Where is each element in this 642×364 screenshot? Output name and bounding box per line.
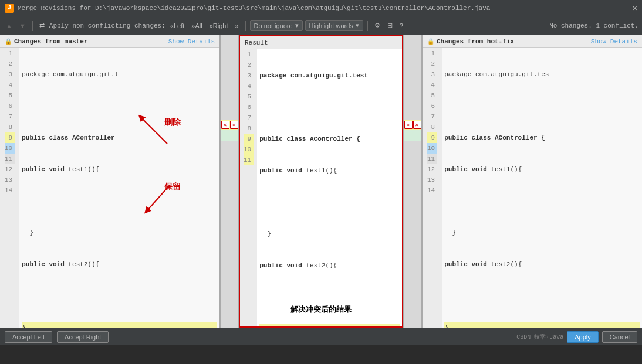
left-panel-header: 🔒 Changes from master Show Details bbox=[0, 35, 219, 48]
result-line-9: } bbox=[259, 324, 400, 326]
lock-icon-right: 🔒 bbox=[427, 38, 434, 45]
chevron-down-icon: ▾ bbox=[295, 22, 299, 29]
left-line-7: public void test2(){ bbox=[22, 259, 217, 270]
result-line-1: package com.atguigu.git.test bbox=[259, 70, 400, 81]
left-code-area[interactable]: package com.atguigu.git.t public class A… bbox=[19, 48, 219, 328]
close-button[interactable]: ✕ bbox=[633, 3, 637, 13]
highlight-dropdown[interactable]: Highlight words ▾ bbox=[305, 20, 363, 31]
result-line-numbers: 1 2 3 4 5 6 7 8 9 10 11 bbox=[240, 49, 257, 326]
window-title: Merge Revisions for D:\javaworkspace\ide… bbox=[18, 5, 490, 12]
chevron-down-icon-2: ▾ bbox=[356, 22, 359, 29]
help-button[interactable]: ? bbox=[397, 21, 406, 30]
accept-left-button[interactable]: Accept Left bbox=[5, 331, 52, 343]
accept-right-conflict-btn[interactable]: ✕ bbox=[413, 121, 421, 129]
title-bar-left: J Merge Revisions for D:\javaworkspace\i… bbox=[5, 4, 490, 13]
accept-left-from-right-btn[interactable]: « bbox=[404, 121, 413, 129]
ignore-dropdown[interactable]: Do not ignore ▾ bbox=[250, 20, 303, 31]
result-line-5 bbox=[259, 197, 400, 207]
right-line-8 bbox=[444, 291, 640, 301]
sync-button[interactable]: ⇄ bbox=[37, 21, 47, 30]
result-panel-content: 1 2 3 4 5 6 7 8 9 10 11 package com.atgu… bbox=[240, 49, 402, 326]
right-line-5 bbox=[444, 196, 640, 206]
right-line-1: package com.atguigu.git.tes bbox=[444, 69, 640, 80]
left-line-3: public class AController bbox=[22, 132, 217, 143]
right-panel: 🔒 Changes from hot-fix Show Details 1 2 … bbox=[422, 35, 642, 328]
left-line-5 bbox=[22, 196, 217, 206]
panels-wrapper: 🔒 Changes from master Show Details 1 2 3… bbox=[0, 35, 642, 328]
left-button[interactable]: «Left bbox=[168, 21, 187, 30]
right-line-3: public class AController { bbox=[444, 132, 640, 143]
settings-icon[interactable]: ⚙ bbox=[372, 21, 383, 30]
app-icon: J bbox=[5, 4, 14, 13]
right-line-9: } bbox=[444, 322, 640, 328]
ignore-label: Do not ignore bbox=[254, 22, 293, 29]
result-line-3: public class AController { bbox=[259, 134, 400, 144]
right-panel-title-text: Changes from hot-fix bbox=[437, 38, 514, 45]
left-line-9: } bbox=[22, 322, 217, 328]
left-line-2 bbox=[22, 101, 217, 111]
right-panel-header: 🔒 Changes from hot-fix Show Details bbox=[423, 35, 642, 48]
next-button[interactable]: ▼ bbox=[17, 21, 28, 30]
all-button[interactable]: »All bbox=[189, 21, 204, 30]
result-panel: Result 1 2 3 4 5 6 7 8 9 10 11 package bbox=[239, 35, 403, 328]
left-line-numbers: 1 2 3 4 5 6 7 8 9 10 11 12 13 14 bbox=[0, 48, 19, 328]
left-panel-content: 1 2 3 4 5 6 7 8 9 10 11 12 13 14 package… bbox=[0, 48, 219, 328]
separator-3 bbox=[367, 21, 368, 31]
left-line-8 bbox=[22, 291, 217, 301]
main-content: 🔒 Changes from master Show Details 1 2 3… bbox=[0, 35, 642, 328]
right-button[interactable]: »Right bbox=[207, 21, 231, 30]
title-bar: J Merge Revisions for D:\javaworkspace\i… bbox=[0, 0, 642, 16]
footer: Accept Left Accept Right CSDN 技学·Java Ap… bbox=[0, 328, 642, 345]
cancel-button[interactable]: Cancel bbox=[602, 331, 637, 343]
separator-1 bbox=[32, 21, 33, 31]
result-line-2 bbox=[259, 102, 400, 113]
result-title: Result bbox=[245, 39, 268, 46]
right-line-numbers: 1 2 3 4 5 6 7 8 9 10 11 12 13 14 bbox=[423, 48, 442, 328]
right-code-area[interactable]: package com.atguigu.git.tes public class… bbox=[442, 48, 642, 328]
prev-button[interactable]: ▲ bbox=[4, 21, 15, 30]
left-show-details[interactable]: Show Details bbox=[168, 38, 215, 45]
status-text: No changes. 1 conflict. bbox=[549, 22, 638, 29]
apply-label: Apply non-conflicting changes: bbox=[49, 22, 165, 29]
result-code-area[interactable]: package com.atguigu.git.test public clas… bbox=[257, 49, 402, 326]
highlight-label: Highlight words bbox=[309, 22, 353, 29]
right-panel-title: 🔒 Changes from hot-fix bbox=[427, 38, 514, 45]
right-gutter: « ✕ bbox=[403, 35, 422, 328]
append-button[interactable]: » bbox=[232, 21, 241, 30]
result-line-7: public void test2(){ bbox=[259, 260, 400, 271]
result-line-8 bbox=[259, 292, 400, 302]
separator-2 bbox=[245, 21, 246, 31]
accept-left-conflict-btn[interactable]: ✕ bbox=[221, 121, 229, 129]
right-line-2 bbox=[444, 101, 640, 111]
apply-button[interactable]: Apply bbox=[567, 331, 599, 343]
result-line-6: } bbox=[259, 229, 400, 239]
left-line-4: public void test1(){ bbox=[22, 164, 217, 175]
left-line-1: package com.atguigu.git.t bbox=[22, 69, 217, 80]
left-panel-title-text: Changes from master bbox=[14, 38, 87, 45]
footer-right: CSDN 技学·Java Apply Cancel bbox=[516, 331, 637, 343]
right-line-6: } bbox=[444, 227, 640, 238]
right-panel-content: 1 2 3 4 5 6 7 8 9 10 11 12 13 14 package… bbox=[423, 48, 642, 328]
table-icon[interactable]: ⊞ bbox=[385, 21, 395, 30]
right-show-details[interactable]: Show Details bbox=[591, 38, 637, 45]
left-line-6: } bbox=[22, 227, 217, 238]
toolbar: ▲ ▼ ⇄ Apply non-conflicting changes: «Le… bbox=[0, 16, 642, 35]
accept-right-button[interactable]: Accept Right bbox=[57, 331, 109, 343]
right-line-4: public void test1(){ bbox=[444, 164, 640, 175]
result-line-4: public void test1(){ bbox=[259, 165, 400, 176]
brand-text: CSDN 技学·Java bbox=[516, 333, 563, 341]
lock-icon-left: 🔒 bbox=[5, 38, 12, 45]
result-panel-header: Result bbox=[240, 36, 402, 49]
left-panel: 🔒 Changes from master Show Details 1 2 3… bbox=[0, 35, 220, 328]
left-panel-title: 🔒 Changes from master bbox=[5, 38, 87, 45]
right-line-7: public void test2(){ bbox=[444, 259, 640, 270]
footer-left: Accept Left Accept Right bbox=[5, 331, 109, 343]
left-gutter: ✕ » bbox=[220, 35, 239, 328]
accept-right-from-left-btn[interactable]: » bbox=[230, 121, 238, 129]
